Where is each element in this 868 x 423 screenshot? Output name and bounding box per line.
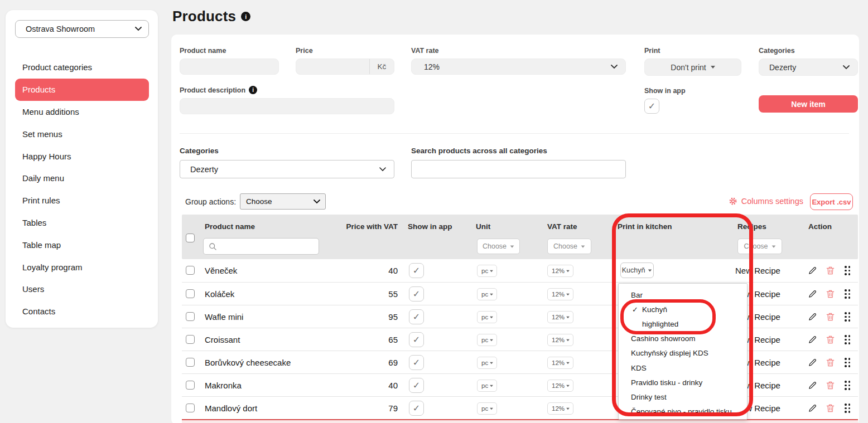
edit-icon[interactable] xyxy=(808,335,817,347)
show-in-app-toggle[interactable]: ✓ xyxy=(409,378,424,393)
filter-product-name: Product name xyxy=(180,47,279,75)
vat-pill[interactable]: 12% xyxy=(547,380,573,392)
show-in-app-toggle[interactable]: ✓ xyxy=(409,332,424,347)
vat-pill[interactable]: 12% xyxy=(547,265,573,277)
delete-icon[interactable] xyxy=(826,266,835,278)
show-in-app-toggle[interactable]: ✓ xyxy=(409,401,424,416)
row-checkbox[interactable] xyxy=(186,289,195,298)
dropdown-option-cepovane-pivo[interactable]: Čepované pivo - pravidlo tisku xyxy=(619,405,747,419)
unit-filter-select[interactable]: Choose xyxy=(477,239,520,254)
chevron-down-icon xyxy=(490,293,493,295)
dropdown-option-pravidlo-tisku-drinky[interactable]: Pravidlo tisku - drinky xyxy=(619,375,747,390)
unit-pill[interactable]: pc xyxy=(477,265,497,277)
show-in-app-toggle[interactable]: ✓ xyxy=(409,309,424,324)
search-products-input[interactable] xyxy=(411,160,626,178)
new-item-button[interactable]: New item xyxy=(759,95,858,113)
sidebar-item-users[interactable]: Users xyxy=(15,278,149,300)
venue-select[interactable]: Ostrava Showroom xyxy=(15,20,149,38)
unit-pill[interactable]: pc xyxy=(477,402,497,415)
delete-icon[interactable] xyxy=(826,403,835,415)
price-input[interactable] xyxy=(296,59,369,74)
product-description-input[interactable] xyxy=(180,98,394,114)
sidebar-item-table-map[interactable]: Table map xyxy=(15,234,149,256)
info-icon[interactable]: i xyxy=(249,86,257,94)
vat-rate-select[interactable]: 12% xyxy=(411,59,626,75)
edit-icon[interactable] xyxy=(808,266,817,278)
drag-handle[interactable] xyxy=(845,312,851,322)
product-name-input[interactable] xyxy=(180,59,279,75)
dropdown-option-highlighted[interactable]: highlighted xyxy=(619,317,747,331)
edit-icon[interactable] xyxy=(808,289,817,301)
sidebar-item-tables[interactable]: Tables xyxy=(15,212,149,234)
sidebar-item-print-rules[interactable]: Print rules xyxy=(15,189,149,212)
col-action: Action xyxy=(808,222,832,231)
vat-pill[interactable]: 12% xyxy=(547,334,573,346)
drag-handle[interactable] xyxy=(845,403,851,413)
info-icon[interactable]: i xyxy=(241,12,250,21)
unit-pill[interactable]: pc xyxy=(477,357,497,369)
dropdown-option-cashino-showroom[interactable]: Cashino showroom xyxy=(619,332,747,346)
drag-handle[interactable] xyxy=(845,289,851,299)
drag-handle[interactable] xyxy=(845,358,851,367)
dropdown-option-kuchyn[interactable]: ✓ Kuchyň xyxy=(619,302,747,317)
sidebar-item-menu-additions[interactable]: Menu additions xyxy=(15,101,149,123)
edit-icon[interactable] xyxy=(808,381,817,392)
row-checkbox[interactable] xyxy=(186,358,195,367)
columns-settings-button[interactable]: Columns settings xyxy=(729,197,803,206)
unit-pill[interactable]: pc xyxy=(477,334,497,346)
sidebar-item-happy-hours[interactable]: Happy Hours xyxy=(15,145,149,167)
edit-icon[interactable] xyxy=(808,403,817,415)
sidebar-item-product-categories[interactable]: Product categories xyxy=(15,56,149,79)
export-csv-button[interactable]: Export .csv xyxy=(810,193,853,210)
product-name: Croissant xyxy=(205,328,240,351)
unit-pill[interactable]: pc xyxy=(477,380,497,392)
unit-value: pc xyxy=(481,382,488,389)
row-checkbox[interactable] xyxy=(186,381,195,390)
categories-select[interactable]: Dezerty xyxy=(759,59,858,76)
chevron-down-icon xyxy=(490,362,493,364)
chevron-down-icon xyxy=(566,385,570,387)
category-select[interactable]: Dezerty xyxy=(180,160,394,178)
row-checkbox[interactable] xyxy=(186,312,195,321)
group-actions-select[interactable]: Choose xyxy=(240,193,326,210)
dropdown-option-bar[interactable]: Bar xyxy=(619,288,747,302)
edit-icon[interactable] xyxy=(808,358,817,369)
select-all-checkbox[interactable] xyxy=(186,234,195,242)
vat-pill[interactable]: 12% xyxy=(547,311,573,323)
sidebar-item-daily-menu[interactable]: Daily menu xyxy=(15,167,149,189)
show-in-app-checkbox[interactable]: ✓ xyxy=(644,99,659,114)
delete-icon[interactable] xyxy=(826,358,835,369)
dropdown-option-drinky-test[interactable]: Drinky test xyxy=(619,390,747,404)
delete-icon[interactable] xyxy=(826,335,835,347)
vat-pill[interactable]: 12% xyxy=(547,402,573,415)
show-in-app-toggle[interactable]: ✓ xyxy=(409,355,424,370)
vat-filter-select[interactable]: Choose xyxy=(547,239,591,254)
edit-icon[interactable] xyxy=(808,312,817,324)
print-in-kitchen-select[interactable]: Kuchyň xyxy=(620,262,654,278)
sidebar-item-contacts[interactable]: Contacts xyxy=(15,300,149,323)
unit-pill[interactable]: pc xyxy=(477,288,497,300)
dropdown-option-kuchynsky-displej-kds[interactable]: Kuchyňský displej KDS xyxy=(619,346,747,361)
show-in-app-toggle[interactable]: ✓ xyxy=(409,286,424,302)
drag-handle[interactable] xyxy=(845,381,851,390)
new-recipe-link[interactable]: New Recipe xyxy=(735,259,780,282)
unit-pill[interactable]: pc xyxy=(477,311,497,323)
sidebar-item-set-menus[interactable]: Set menus xyxy=(15,123,149,145)
delete-icon[interactable] xyxy=(826,312,835,324)
row-checkbox[interactable] xyxy=(186,335,195,344)
show-in-app-toggle[interactable]: ✓ xyxy=(409,263,424,278)
vat-pill[interactable]: 12% xyxy=(547,288,573,300)
sidebar-item-products[interactable]: Products xyxy=(15,79,149,101)
drag-handle[interactable] xyxy=(845,335,851,344)
dropdown-option-kds[interactable]: KDS xyxy=(619,361,747,375)
delete-icon[interactable] xyxy=(826,381,835,392)
recipes-filter-select[interactable]: Choose xyxy=(737,239,782,254)
vat-pill[interactable]: 12% xyxy=(547,357,573,369)
drag-handle[interactable] xyxy=(845,266,851,275)
row-checkbox[interactable] xyxy=(186,403,195,412)
sidebar-item-loyalty-program[interactable]: Loyalty program xyxy=(15,256,149,278)
delete-icon[interactable] xyxy=(826,289,835,301)
print-select[interactable]: Don't print xyxy=(644,59,741,76)
table-name-search-input[interactable] xyxy=(203,238,319,255)
row-checkbox[interactable] xyxy=(186,266,195,275)
